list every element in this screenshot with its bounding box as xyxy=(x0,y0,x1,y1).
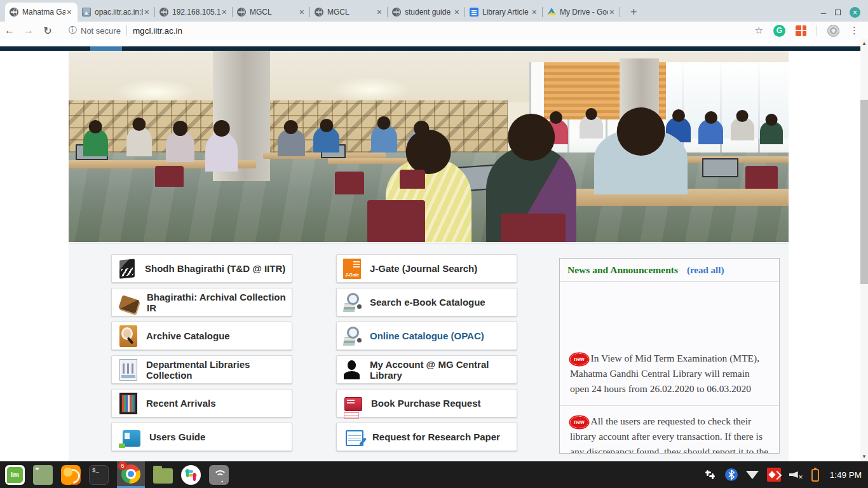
photo-chair xyxy=(745,166,778,189)
back-button[interactable]: ← xyxy=(0,25,19,36)
url-separator xyxy=(126,25,127,36)
person-figure xyxy=(371,125,397,152)
photo-chair xyxy=(400,170,425,189)
search-books-icon xyxy=(343,292,361,313)
site-navbar-active-item[interactable] xyxy=(90,46,122,51)
tab-close-icon[interactable]: × xyxy=(65,8,73,17)
firefox-icon[interactable] xyxy=(61,465,81,485)
tab-my-drive[interactable]: My Drive - Goo × xyxy=(543,3,620,22)
show-desktop-icon[interactable] xyxy=(33,465,53,485)
news-header: News and Announcements (read all) xyxy=(560,259,779,282)
reload-button[interactable]: ↻ xyxy=(38,25,57,37)
wifi-signal-icon[interactable] xyxy=(746,471,759,479)
anydesk-icon[interactable] xyxy=(767,468,781,482)
news-item: newIn View of Mid Term Examination (MTE)… xyxy=(560,343,779,405)
security-label: Not secure xyxy=(81,26,121,36)
button-departmental-libraries[interactable]: Departmental Libraries Collection xyxy=(111,355,292,384)
scroll-down-arrow-icon[interactable]: ▼ xyxy=(860,452,868,461)
tab-student-guide[interactable]: student guide × xyxy=(388,3,465,22)
button-online-catalogue-opac[interactable]: Online Catalogue (OPAC) xyxy=(336,322,517,350)
close-window-button[interactable]: × xyxy=(850,7,860,18)
address-bar-url[interactable]: mgcl.iitr.ac.in xyxy=(133,26,182,36)
slack-tray-icon[interactable] xyxy=(704,468,717,481)
person-silhouette-icon xyxy=(343,359,361,381)
profile-avatar-icon[interactable] xyxy=(827,25,839,37)
desktop-taskbar: $_ 6 ✕ 1:49 PM xyxy=(0,461,868,488)
slack-icon[interactable] xyxy=(181,465,201,485)
restore-button[interactable] xyxy=(835,10,841,15)
tab-ip-address[interactable]: 192.168.105.14 × xyxy=(155,3,233,22)
button-book-purchase-request[interactable]: Book Purchase Request xyxy=(336,389,517,417)
globe-icon xyxy=(315,8,323,17)
news-item: newAll the users are requested to check … xyxy=(560,405,779,454)
tab-mgcl-1[interactable]: MGCL × xyxy=(233,3,310,22)
button-jgate[interactable]: J-Gate J-Gate (Journal Search) xyxy=(336,254,517,283)
search-books-icon xyxy=(343,325,361,347)
info-icon[interactable]: ⓘ xyxy=(69,25,77,36)
person-figure xyxy=(698,119,723,144)
scroll-up-arrow-icon[interactable]: ▲ xyxy=(860,39,868,48)
grammarly-extension-icon[interactable]: G xyxy=(773,25,785,37)
button-archive-catalogue[interactable]: Archive Catalogue xyxy=(111,322,292,350)
person-figure xyxy=(126,127,153,156)
news-item-text: All the users are requested to check the… xyxy=(570,416,768,454)
globe-icon xyxy=(392,8,401,17)
tab-mahatma-gandhi-library[interactable]: Mahatma Gand × xyxy=(5,3,78,22)
bluetooth-icon[interactable] xyxy=(725,468,738,481)
button-bhagirathi-archival[interactable]: Bhagirathi: Archival Collection IR xyxy=(111,288,292,316)
library-building-icon xyxy=(119,359,137,381)
site-security-info[interactable]: ⓘ Not secure xyxy=(69,25,121,36)
button-users-guide[interactable]: Users Guide xyxy=(111,423,292,451)
archival-book-icon xyxy=(118,295,139,314)
person-figure xyxy=(205,133,238,171)
button-search-ebook-catalogue[interactable]: Search e-Book Catalogue xyxy=(336,288,517,316)
toolbar-extensions: ☆ G ⋮ xyxy=(755,25,868,37)
battery-icon[interactable] xyxy=(811,469,819,482)
tab-close-icon[interactable]: × xyxy=(453,8,461,17)
terminal-icon[interactable]: $_ xyxy=(89,465,109,485)
tab-close-icon[interactable]: × xyxy=(143,8,151,17)
minimize-button[interactable]: – xyxy=(821,7,826,18)
red-book-icon xyxy=(344,397,362,411)
tab-opac[interactable]: opac.iitr.ac.in:8 × xyxy=(78,3,155,22)
extension-separator xyxy=(817,25,817,36)
page-scrollbar[interactable]: ▲ ▼ xyxy=(860,39,868,461)
file-manager-icon[interactable] xyxy=(153,468,173,484)
browser-toolbar: ← → ↻ ⓘ Not secure mgcl.iitr.ac.in ☆ G ⋮ xyxy=(0,22,868,39)
browser-menu-icon[interactable]: ⋮ xyxy=(850,25,859,36)
tab-close-icon[interactable]: × xyxy=(298,8,306,17)
taskbar-launchers: $_ 6 xyxy=(0,461,229,488)
chrome-taskbar-item[interactable]: 6 xyxy=(117,461,145,488)
forward-button[interactable]: → xyxy=(19,25,38,36)
library-photo-banner xyxy=(69,51,789,242)
tab-close-icon[interactable]: × xyxy=(220,8,228,17)
photo-chair xyxy=(155,166,184,187)
photo-laptop xyxy=(702,158,738,177)
clipboard-pencil-icon xyxy=(346,430,363,446)
network-settings-icon[interactable] xyxy=(209,465,229,485)
read-all-link[interactable]: (read all) xyxy=(687,265,724,276)
chrome-notification-badge: 6 xyxy=(118,461,127,470)
volume-muted-icon[interactable]: ✕ xyxy=(789,468,803,481)
photo-chair xyxy=(367,200,425,242)
button-request-research-paper[interactable]: Request for Research Paper xyxy=(336,423,517,451)
screenshot-extension-icon[interactable] xyxy=(796,25,806,36)
news-item-text: In View of Mid Term Examination (MTE), M… xyxy=(570,353,759,394)
tab-close-icon[interactable]: × xyxy=(531,8,538,17)
button-shodh-bhagirathi[interactable]: Shodh Bhagirathi (T&D @ IITR) xyxy=(111,254,292,283)
tab-close-icon[interactable]: × xyxy=(376,8,383,17)
button-my-account[interactable]: My Account @ MG Central Library xyxy=(336,355,517,384)
bookmark-star-icon[interactable]: ☆ xyxy=(755,25,763,36)
button-recent-arrivals[interactable]: Recent Arrivals xyxy=(111,389,292,417)
taskbar-clock[interactable]: 1:49 PM xyxy=(827,470,862,480)
tab-library-article[interactable]: Library Article D × xyxy=(465,3,543,22)
scrollbar-thumb[interactable] xyxy=(860,100,868,284)
globe-icon xyxy=(237,8,246,17)
tab-mgcl-2[interactable]: MGCL × xyxy=(310,3,388,22)
new-tab-button[interactable]: + xyxy=(627,6,641,19)
tab-close-icon[interactable]: × xyxy=(608,8,616,17)
person-figure xyxy=(580,116,602,139)
mint-menu-icon[interactable] xyxy=(5,465,25,485)
person-figure xyxy=(83,129,109,156)
google-docs-icon xyxy=(470,8,478,17)
